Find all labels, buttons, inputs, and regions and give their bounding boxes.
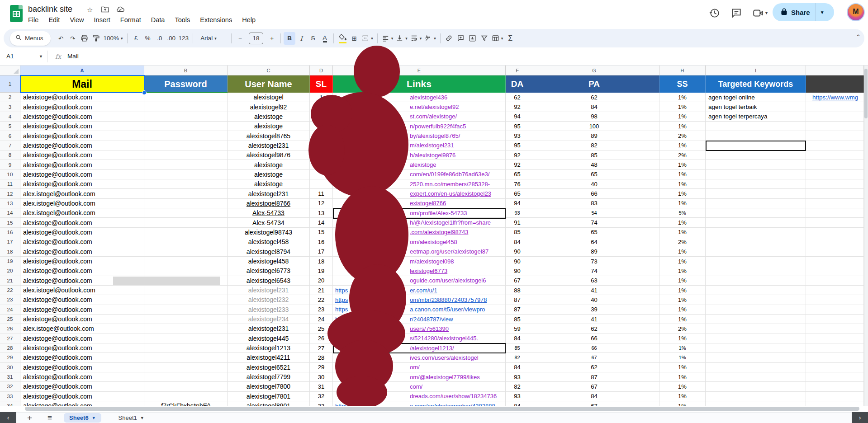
column-header-G[interactable]: G: [529, 66, 659, 75]
cell-ss-24[interactable]: 1%: [659, 305, 706, 315]
cell-ss-2[interactable]: 1%: [659, 93, 706, 102]
cell-extra-6[interactable]: [806, 131, 864, 141]
cell-keyword-12[interactable]: [706, 189, 806, 198]
menu-tools[interactable]: Tools: [175, 16, 190, 24]
cell-keyword-4[interactable]: agen togel terpercaya: [706, 112, 806, 122]
row-header-32[interactable]: 32: [0, 382, 20, 391]
cell-link-23[interactable]: httpsom/mbr/23888072403757978: [333, 295, 506, 305]
cell-extra-29[interactable]: [806, 353, 864, 362]
cell-ss-4[interactable]: 1%: [659, 112, 706, 122]
document-title[interactable]: backlink site: [28, 5, 72, 14]
cell-da-19[interactable]: 90: [506, 257, 529, 266]
cell-pa-9[interactable]: 48: [529, 160, 659, 169]
column-header-B[interactable]: B: [144, 66, 228, 75]
cell-keyword-27[interactable]: [706, 334, 806, 343]
cell-username-31[interactable]: alexistogel7799: [228, 372, 310, 382]
star-icon[interactable]: ☆: [87, 6, 93, 14]
cell-sl-26[interactable]: 25: [310, 324, 333, 334]
cell-keyword-16[interactable]: [706, 228, 806, 237]
cell-da-2[interactable]: 62: [506, 93, 529, 102]
cell-da-26[interactable]: 59: [506, 324, 529, 334]
cell-da-10[interactable]: 65: [506, 170, 529, 179]
link-text[interactable]: alexistoge: [410, 161, 504, 168]
link-text[interactable]: m/alexistogel098: [410, 258, 504, 265]
collapse-toolbar-caret[interactable]: ⌃: [856, 33, 861, 40]
link-text[interactable]: existogel8766: [410, 200, 504, 207]
cell-da-3[interactable]: 92: [506, 102, 529, 112]
cell-extra-28[interactable]: [806, 343, 864, 353]
cell-password-12[interactable]: [144, 189, 228, 198]
cell-ss-5[interactable]: 1%: [659, 122, 706, 131]
cell-password-9[interactable]: [144, 160, 228, 169]
cell-keyword-23[interactable]: [706, 295, 806, 305]
sheet-header-cell-sl[interactable]: SL: [310, 75, 333, 93]
cell-da-9[interactable]: 92: [506, 160, 529, 169]
cell-username-24[interactable]: alexistogel233: [228, 305, 310, 315]
sheet-header-cell-user-name[interactable]: User Name: [228, 75, 310, 93]
cell-ss-33[interactable]: 1%: [659, 392, 706, 401]
cell-username-22[interactable]: alexistogel231: [228, 286, 310, 295]
cell-username-14[interactable]: Alex-54733: [228, 208, 310, 218]
cell-username-3[interactable]: alexistogel92: [228, 102, 310, 112]
cell-username-29[interactable]: alexistogel4211: [228, 353, 310, 362]
menu-help[interactable]: Help: [242, 16, 256, 24]
cell-pa-25[interactable]: 41: [529, 315, 659, 324]
cell-extra-24[interactable]: [806, 305, 864, 315]
increase-decimal-button[interactable]: .00: [166, 32, 177, 45]
cell-extra-16[interactable]: [806, 228, 864, 237]
format-percent-button[interactable]: %: [142, 32, 154, 45]
link-text[interactable]: com/: [410, 383, 504, 390]
cell-password-19[interactable]: [144, 257, 228, 266]
column-header-A[interactable]: A: [20, 66, 144, 75]
scroll-right-corner[interactable]: ›: [852, 412, 868, 423]
scroll-left-corner[interactable]: ‹: [0, 412, 16, 423]
cell-da-21[interactable]: 67: [506, 276, 529, 286]
cell-sl-28[interactable]: 27: [310, 343, 333, 353]
sheet-header-cell-links[interactable]: Links: [333, 75, 506, 93]
cell-da-27[interactable]: 84: [506, 334, 529, 343]
cell-sl-16[interactable]: 15: [310, 228, 333, 237]
cell-link-5[interactable]: n/powerfulb922f4fac5: [333, 122, 506, 131]
cell-extra-21[interactable]: [806, 276, 864, 286]
cell-sl-30[interactable]: 29: [310, 363, 333, 372]
link-text[interactable]: https: [335, 306, 348, 313]
undo-button[interactable]: ↶: [55, 32, 67, 45]
link-text[interactable]: r/24048787/view: [410, 316, 504, 323]
cell-extra-13[interactable]: [806, 199, 864, 208]
cell-keyword-28[interactable]: [706, 343, 806, 353]
cell-keyword-6[interactable]: [706, 131, 806, 141]
cell-sl-23[interactable]: 22: [310, 295, 333, 305]
cell-password-16[interactable]: [144, 228, 228, 237]
menu-insert[interactable]: Insert: [94, 16, 110, 24]
formula-input[interactable]: Mail: [67, 53, 79, 60]
cell-ss-26[interactable]: 2%: [659, 324, 706, 334]
vertical-align-button[interactable]: [394, 32, 409, 45]
row-header-18[interactable]: 18: [0, 247, 20, 257]
menu-data[interactable]: Data: [151, 16, 165, 24]
cell-extra-11[interactable]: [806, 179, 864, 189]
cell-sl-14[interactable]: 13: [310, 208, 333, 218]
cell-password-31[interactable]: [144, 372, 228, 382]
cell-ss-31[interactable]: 1%: [659, 372, 706, 382]
cell-password-28[interactable]: [144, 343, 228, 353]
cell-keyword-19[interactable]: [706, 257, 806, 266]
row-header-28[interactable]: 28: [0, 343, 20, 353]
cell-password-22[interactable]: [144, 286, 228, 295]
cell-link-4[interactable]: st.com/alexistoge/: [333, 112, 506, 122]
cell-pa-15[interactable]: 74: [529, 218, 659, 227]
sheet-header-cell-da[interactable]: DA: [506, 75, 529, 93]
cell-da-30[interactable]: 84: [506, 363, 529, 372]
cell-link-21[interactable]: oguide.com/user/alexistogel6: [333, 276, 506, 286]
cell-mail-28[interactable]: alexistoge@outlook.com: [20, 343, 144, 353]
tab-sheet6[interactable]: Sheet6▼: [64, 413, 101, 423]
cell-username-15[interactable]: Alex-54734: [228, 218, 310, 227]
cell-ss-10[interactable]: 1%: [659, 170, 706, 179]
cell-da-31[interactable]: 93: [506, 372, 529, 382]
cell-sl-5[interactable]: 4: [310, 122, 333, 131]
cell-mail-25[interactable]: alexistoge@outlook.com: [20, 315, 144, 324]
name-box-caret[interactable]: ▼: [39, 54, 43, 59]
cell-mail-27[interactable]: alexistoge@outlook.com: [20, 334, 144, 343]
font-family-select[interactable]: Arial: [196, 32, 228, 45]
link-text[interactable]: n/powerfulb922f4fac5: [410, 123, 504, 130]
sheet-header-cell-password[interactable]: Password: [144, 75, 228, 93]
